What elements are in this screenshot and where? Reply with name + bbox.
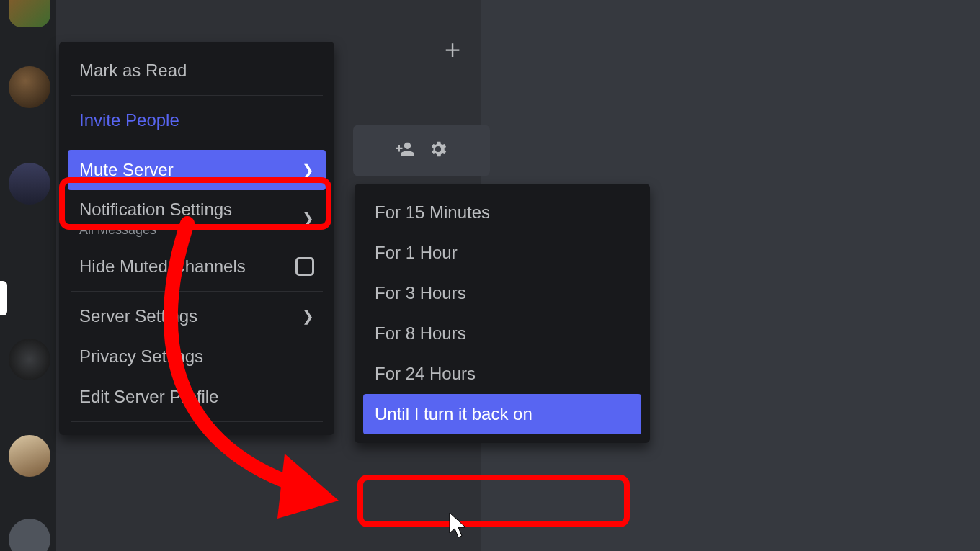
mute-option-24-hours[interactable]: For 24 Hours bbox=[363, 354, 641, 394]
mute-option-until-back-on[interactable]: Until I turn it back on bbox=[363, 394, 641, 434]
chevron-right-icon: ❯ bbox=[302, 210, 314, 227]
server-icon[interactable] bbox=[9, 339, 50, 380]
menu-label: Until I turn it back on bbox=[375, 404, 533, 424]
menu-label: Notification Settings bbox=[79, 200, 232, 220]
mute-option-1-hour[interactable]: For 1 Hour bbox=[363, 233, 641, 273]
mute-option-3-hours[interactable]: For 3 Hours bbox=[363, 273, 641, 313]
mute-option-15-minutes[interactable]: For 15 Minutes bbox=[363, 192, 641, 233]
gear-icon[interactable] bbox=[428, 139, 448, 162]
server-list bbox=[0, 0, 56, 551]
menu-item-edit-server-profile[interactable]: Edit Server Profile bbox=[68, 377, 326, 417]
menu-label: Hide Muted Channels bbox=[79, 256, 246, 277]
menu-item-mark-as-read[interactable]: Mark as Read bbox=[68, 50, 326, 91]
menu-label: Edit Server Profile bbox=[79, 387, 218, 407]
menu-label: For 15 Minutes bbox=[375, 202, 490, 223]
server-context-menu: Mark as Read Invite People Mute Server ❯… bbox=[59, 42, 334, 435]
menu-item-invite-people[interactable]: Invite People bbox=[68, 100, 326, 140]
menu-label: For 8 Hours bbox=[375, 323, 466, 344]
menu-label: For 24 Hours bbox=[375, 364, 476, 384]
menu-label: Mark as Read bbox=[79, 61, 187, 81]
server-icon[interactable] bbox=[9, 66, 50, 108]
add-friend-icon[interactable] bbox=[395, 139, 415, 162]
menu-separator bbox=[71, 421, 323, 422]
mute-duration-submenu: For 15 Minutes For 1 Hour For 3 Hours Fo… bbox=[355, 184, 650, 443]
menu-separator bbox=[71, 95, 323, 96]
chevron-right-icon: ❯ bbox=[302, 161, 314, 179]
chevron-right-icon: ❯ bbox=[302, 308, 314, 325]
menu-separator bbox=[71, 145, 323, 145]
server-icon[interactable] bbox=[9, 163, 50, 205]
menu-sublabel: All Messages bbox=[79, 223, 232, 238]
menu-label: Server Settings bbox=[79, 306, 197, 326]
server-icon[interactable] bbox=[9, 519, 50, 551]
server-icon[interactable] bbox=[9, 0, 50, 27]
server-icon[interactable] bbox=[9, 435, 50, 477]
add-icon[interactable]: ＋ bbox=[438, 35, 467, 63]
checkbox-icon[interactable] bbox=[295, 257, 314, 276]
channel-toolbar bbox=[353, 125, 490, 176]
menu-label: Privacy Settings bbox=[79, 346, 203, 367]
active-server-pill bbox=[0, 281, 7, 315]
menu-label: For 1 Hour bbox=[375, 243, 458, 263]
menu-item-server-settings[interactable]: Server Settings ❯ bbox=[68, 296, 326, 336]
mute-option-8-hours[interactable]: For 8 Hours bbox=[363, 313, 641, 354]
menu-item-hide-muted-channels[interactable]: Hide Muted Channels bbox=[68, 246, 326, 287]
menu-item-mute-server[interactable]: Mute Server ❯ bbox=[68, 150, 326, 190]
menu-item-privacy-settings[interactable]: Privacy Settings bbox=[68, 336, 326, 377]
menu-separator bbox=[71, 291, 323, 292]
menu-label: Mute Server bbox=[79, 160, 174, 180]
menu-item-notification-settings[interactable]: Notification Settings All Messages ❯ bbox=[68, 190, 326, 246]
menu-label: For 3 Hours bbox=[375, 283, 466, 303]
menu-label: Invite People bbox=[79, 110, 179, 130]
